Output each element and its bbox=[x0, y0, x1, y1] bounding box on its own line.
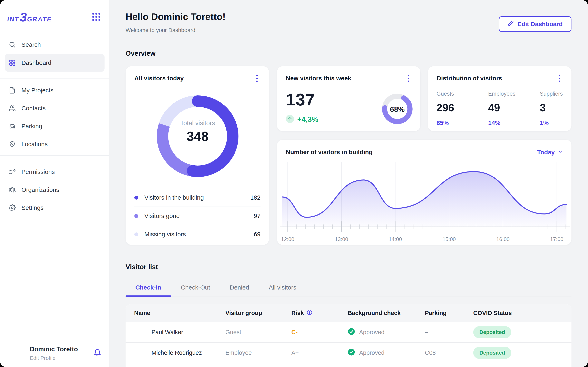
cell-risk: C- bbox=[291, 329, 348, 336]
file-icon bbox=[9, 87, 16, 94]
sidebar-item-parking[interactable]: Parking bbox=[0, 117, 109, 135]
donut-center-label: Total visitors bbox=[157, 119, 238, 127]
table-row-paul-walker[interactable]: Paul WalkerGuestC-Approved–Deposited bbox=[126, 322, 571, 342]
x-axis-tick-label: 15:00 bbox=[442, 236, 456, 242]
key-icon bbox=[9, 168, 16, 175]
distribution-label: Suppliers bbox=[540, 91, 563, 97]
kebab-menu-icon[interactable] bbox=[555, 74, 563, 83]
x-axis-tick-label: 13:00 bbox=[335, 236, 348, 242]
edit-profile-link[interactable]: Edit Profile bbox=[30, 355, 56, 361]
cell-covid-status: Deposited bbox=[473, 347, 571, 359]
cell-covid-status: Deposited bbox=[473, 326, 571, 338]
sidebar-item-label: Contacts bbox=[21, 105, 45, 112]
user-profile[interactable]: Dominic Toretto Edit Profile bbox=[0, 340, 109, 367]
visitor-list-tabs: Check-InCheck-OutDeniedAll visitors bbox=[126, 279, 571, 296]
card-title: New visitors this week bbox=[286, 75, 351, 82]
delta-percent: +4,3% bbox=[297, 115, 318, 124]
legend-dot bbox=[134, 233, 138, 236]
divider bbox=[0, 155, 109, 156]
card-visitors-in-building-chart: Number of visitors in building Today 12:… bbox=[277, 140, 571, 245]
x-axis-tick-label: 12:00 bbox=[281, 236, 294, 242]
edit-dashboard-label: Edit Dashboard bbox=[517, 21, 563, 27]
users-icon bbox=[9, 105, 16, 112]
legend-label: Visitors gone bbox=[144, 212, 180, 219]
donut-center-value: 348 bbox=[157, 129, 238, 144]
search-icon bbox=[9, 41, 16, 48]
check-circle-icon bbox=[348, 349, 355, 357]
notifications-bell-icon[interactable] bbox=[94, 349, 101, 358]
distribution-value: 3 bbox=[540, 101, 563, 114]
card-title: All visitors today bbox=[134, 75, 184, 82]
distribution-label: Guests bbox=[437, 91, 488, 97]
sidebar-item-settings[interactable]: Settings bbox=[0, 199, 109, 217]
background-check-status: Approved bbox=[359, 350, 384, 356]
tab-check-out[interactable]: Check-Out bbox=[171, 279, 220, 296]
cell-visitor-group: Employee bbox=[225, 350, 291, 356]
column-header-name: Name bbox=[134, 310, 225, 317]
distribution-percent: 85% bbox=[437, 119, 488, 126]
legend-value: 97 bbox=[254, 212, 260, 219]
info-icon[interactable] bbox=[307, 309, 312, 317]
dashboard-icon bbox=[9, 59, 16, 66]
sidebar-item-my-projects[interactable]: My Projects bbox=[0, 81, 109, 99]
tab-check-in[interactable]: Check-In bbox=[126, 279, 171, 296]
sidebar-item-locations[interactable]: Locations bbox=[0, 135, 109, 153]
sidebar-item-search[interactable]: Search bbox=[0, 36, 109, 54]
tab-denied[interactable]: Denied bbox=[220, 279, 259, 296]
legend-label: Visitors in the building bbox=[144, 194, 204, 201]
visitor-name: Paul Walker bbox=[151, 329, 183, 336]
distribution-column-suppliers: Suppliers31% bbox=[540, 91, 563, 126]
legend-dot bbox=[134, 214, 138, 218]
distribution-value: 49 bbox=[488, 101, 540, 114]
tab-all-visitors[interactable]: All visitors bbox=[259, 279, 306, 296]
main-content: Hello Dominic Toretto! Welcome to your D… bbox=[126, 0, 571, 367]
visitors-donut-chart: Total visitors 348 bbox=[157, 95, 238, 177]
donut-center: Total visitors 348 bbox=[157, 119, 238, 144]
app-launcher-icon[interactable] bbox=[92, 13, 100, 21]
sidebar-item-organizations[interactable]: Organizations bbox=[0, 181, 109, 199]
logo-text-pre: INT bbox=[7, 16, 20, 23]
status-badge: Deposited bbox=[473, 347, 511, 359]
kebab-menu-icon[interactable] bbox=[404, 74, 412, 83]
cell-background-check: Approved bbox=[348, 349, 425, 357]
pin-icon bbox=[9, 141, 16, 148]
user-name: Dominic Toretto bbox=[30, 346, 78, 353]
distribution-percent: 1% bbox=[540, 119, 563, 126]
car-icon bbox=[9, 123, 16, 130]
edit-dashboard-button[interactable]: Edit Dashboard bbox=[499, 16, 571, 32]
sidebar-item-label: Permissions bbox=[21, 168, 55, 175]
sidebar-item-dashboard[interactable]: Dashboard bbox=[5, 54, 104, 72]
column-header-visitor-group: Visitor group bbox=[225, 310, 291, 317]
card-all-visitors-today: All visitors today Total visitors 348 Vi… bbox=[126, 66, 269, 245]
legend-row: Missing visitors69 bbox=[134, 225, 260, 243]
table-row-michelle-rodriguez[interactable]: Michelle RodriguezEmployeeA+ApprovedC08D… bbox=[126, 342, 571, 363]
distribution-label: Employees bbox=[488, 91, 540, 97]
distribution-value: 296 bbox=[437, 101, 488, 114]
x-axis-tick-label: 14:00 bbox=[389, 236, 402, 242]
section-title-overview: Overview bbox=[126, 50, 156, 57]
visitor-table: NameVisitor groupRiskBackground checkPar… bbox=[126, 304, 571, 367]
sidebar-item-label: My Projects bbox=[21, 87, 53, 94]
logo[interactable]: INT 3 GRATE bbox=[8, 8, 52, 26]
table-row[interactable] bbox=[126, 363, 571, 367]
section-title-visitor-list: Visitor list bbox=[126, 263, 158, 271]
sidebar-item-label: Parking bbox=[21, 123, 42, 130]
legend-row: Visitors gone97 bbox=[134, 207, 260, 225]
sidebar-item-label: Organizations bbox=[21, 186, 59, 193]
sidebar-item-contacts[interactable]: Contacts bbox=[0, 99, 109, 117]
pencil-icon bbox=[508, 20, 514, 28]
x-axis-tick-label: 16:00 bbox=[496, 236, 510, 242]
kebab-menu-icon[interactable] bbox=[253, 74, 261, 83]
legend-dot bbox=[134, 196, 138, 200]
cell-background-check: Approved bbox=[348, 328, 425, 337]
status-badge: Deposited bbox=[473, 326, 511, 338]
sidebar-item-label: Settings bbox=[21, 204, 43, 211]
legend-value: 69 bbox=[254, 231, 260, 238]
progress-percent-label: 68% bbox=[382, 105, 413, 114]
sidebar-item-permissions[interactable]: Permissions bbox=[0, 163, 109, 181]
org-icon bbox=[9, 186, 16, 193]
page-title: Hello Dominic Toretto! bbox=[126, 11, 226, 22]
distribution-columns: Guests29685%Employees4914%Suppliers31% bbox=[437, 91, 563, 126]
sidebar-item-label: Dashboard bbox=[21, 59, 52, 66]
sidebar-item-label: Locations bbox=[21, 141, 48, 148]
